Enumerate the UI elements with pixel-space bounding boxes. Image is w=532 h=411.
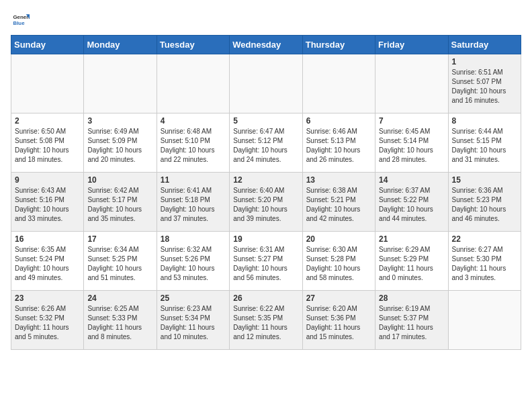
- calendar-cell: [448, 291, 521, 350]
- day-info: Sunrise: 6:26 AM Sunset: 5:32 PM Dayligh…: [15, 304, 80, 342]
- weekday-header-sunday: Sunday: [11, 36, 84, 54]
- day-number: 16: [15, 234, 80, 244]
- calendar-cell: 6Sunrise: 6:46 AM Sunset: 5:13 PM Daylig…: [302, 113, 375, 173]
- day-number: 22: [452, 234, 517, 244]
- day-info: Sunrise: 6:37 AM Sunset: 5:22 PM Dayligh…: [379, 186, 444, 224]
- day-info: Sunrise: 6:48 AM Sunset: 5:10 PM Dayligh…: [161, 127, 226, 165]
- svg-text:Blue: Blue: [13, 20, 26, 26]
- calendar-cell: 11Sunrise: 6:41 AM Sunset: 5:18 PM Dayli…: [157, 173, 229, 232]
- day-number: 13: [306, 175, 371, 185]
- day-info: Sunrise: 6:30 AM Sunset: 5:28 PM Dayligh…: [306, 245, 371, 283]
- day-number: 19: [233, 234, 298, 244]
- day-info: Sunrise: 6:32 AM Sunset: 5:26 PM Dayligh…: [161, 245, 226, 283]
- weekday-header-row: SundayMondayTuesdayWednesdayThursdayFrid…: [11, 36, 521, 54]
- day-number: 21: [379, 234, 444, 244]
- calendar-cell: 15Sunrise: 6:36 AM Sunset: 5:23 PM Dayli…: [448, 173, 521, 232]
- calendar-cell: 21Sunrise: 6:29 AM Sunset: 5:29 PM Dayli…: [375, 232, 448, 291]
- day-info: Sunrise: 6:27 AM Sunset: 5:30 PM Dayligh…: [452, 245, 517, 283]
- day-number: 5: [233, 116, 298, 126]
- calendar-cell: 28Sunrise: 6:19 AM Sunset: 5:37 PM Dayli…: [375, 291, 448, 350]
- calendar-cell: 23Sunrise: 6:26 AM Sunset: 5:32 PM Dayli…: [11, 291, 84, 350]
- day-number: 14: [379, 175, 444, 185]
- calendar-body: 1Sunrise: 6:51 AM Sunset: 5:07 PM Daylig…: [11, 54, 521, 350]
- week-row-2: 2Sunrise: 6:50 AM Sunset: 5:08 PM Daylig…: [11, 113, 521, 173]
- calendar-cell: 9Sunrise: 6:43 AM Sunset: 5:16 PM Daylig…: [11, 173, 84, 232]
- week-row-1: 1Sunrise: 6:51 AM Sunset: 5:07 PM Daylig…: [11, 54, 521, 113]
- calendar-cell: 24Sunrise: 6:25 AM Sunset: 5:33 PM Dayli…: [84, 291, 157, 350]
- day-number: 12: [233, 175, 298, 185]
- calendar-cell: 3Sunrise: 6:49 AM Sunset: 5:09 PM Daylig…: [84, 113, 157, 173]
- day-number: 8: [452, 116, 517, 126]
- day-info: Sunrise: 6:38 AM Sunset: 5:21 PM Dayligh…: [306, 186, 371, 224]
- day-info: Sunrise: 6:19 AM Sunset: 5:37 PM Dayligh…: [379, 304, 444, 342]
- day-info: Sunrise: 6:34 AM Sunset: 5:25 PM Dayligh…: [87, 245, 152, 283]
- calendar-cell: 14Sunrise: 6:37 AM Sunset: 5:22 PM Dayli…: [375, 173, 448, 232]
- calendar-cell: [84, 54, 157, 113]
- day-number: 1: [452, 57, 517, 66]
- day-info: Sunrise: 6:29 AM Sunset: 5:29 PM Dayligh…: [379, 245, 444, 283]
- logo: General Blue: [11, 11, 30, 30]
- week-row-5: 23Sunrise: 6:26 AM Sunset: 5:32 PM Dayli…: [11, 291, 521, 350]
- weekday-header-tuesday: Tuesday: [157, 36, 229, 54]
- day-info: Sunrise: 6:31 AM Sunset: 5:27 PM Dayligh…: [233, 245, 298, 283]
- day-info: Sunrise: 6:36 AM Sunset: 5:23 PM Dayligh…: [452, 186, 517, 224]
- weekday-header-monday: Monday: [84, 36, 157, 54]
- day-info: Sunrise: 6:47 AM Sunset: 5:12 PM Dayligh…: [233, 127, 298, 165]
- calendar-cell: 20Sunrise: 6:30 AM Sunset: 5:28 PM Dayli…: [302, 232, 375, 291]
- day-info: Sunrise: 6:49 AM Sunset: 5:09 PM Dayligh…: [87, 127, 152, 165]
- day-number: 27: [306, 293, 371, 303]
- day-number: 25: [161, 293, 226, 303]
- weekday-header-friday: Friday: [375, 36, 448, 54]
- calendar-cell: 2Sunrise: 6:50 AM Sunset: 5:08 PM Daylig…: [11, 113, 84, 173]
- day-number: 26: [233, 293, 298, 303]
- day-number: 6: [306, 116, 371, 126]
- calendar-cell: 19Sunrise: 6:31 AM Sunset: 5:27 PM Dayli…: [230, 232, 302, 291]
- calendar-cell: 26Sunrise: 6:22 AM Sunset: 5:35 PM Dayli…: [230, 291, 302, 350]
- day-number: 3: [87, 116, 152, 126]
- day-number: 18: [161, 234, 226, 244]
- logo-icon: General Blue: [11, 11, 30, 30]
- calendar-cell: [11, 54, 84, 113]
- calendar-cell: 5Sunrise: 6:47 AM Sunset: 5:12 PM Daylig…: [230, 113, 302, 173]
- calendar-cell: 13Sunrise: 6:38 AM Sunset: 5:21 PM Dayli…: [302, 173, 375, 232]
- day-info: Sunrise: 6:20 AM Sunset: 5:36 PM Dayligh…: [306, 304, 371, 342]
- calendar-cell: 16Sunrise: 6:35 AM Sunset: 5:24 PM Dayli…: [11, 232, 84, 291]
- day-info: Sunrise: 6:51 AM Sunset: 5:07 PM Dayligh…: [452, 68, 517, 105]
- day-info: Sunrise: 6:42 AM Sunset: 5:17 PM Dayligh…: [87, 186, 152, 224]
- weekday-header-saturday: Saturday: [448, 36, 521, 54]
- day-number: 15: [452, 175, 517, 185]
- day-number: 20: [306, 234, 371, 244]
- day-info: Sunrise: 6:43 AM Sunset: 5:16 PM Dayligh…: [15, 186, 80, 224]
- day-number: 24: [87, 293, 152, 303]
- day-info: Sunrise: 6:41 AM Sunset: 5:18 PM Dayligh…: [161, 186, 226, 224]
- week-row-3: 9Sunrise: 6:43 AM Sunset: 5:16 PM Daylig…: [11, 173, 521, 232]
- day-info: Sunrise: 6:23 AM Sunset: 5:34 PM Dayligh…: [161, 304, 226, 342]
- calendar: SundayMondayTuesdayWednesdayThursdayFrid…: [11, 35, 521, 350]
- calendar-cell: 18Sunrise: 6:32 AM Sunset: 5:26 PM Dayli…: [157, 232, 229, 291]
- day-number: 7: [379, 116, 444, 126]
- weekday-header-thursday: Thursday: [302, 36, 375, 54]
- day-number: 10: [87, 175, 152, 185]
- calendar-cell: 17Sunrise: 6:34 AM Sunset: 5:25 PM Dayli…: [84, 232, 157, 291]
- weekday-header-wednesday: Wednesday: [230, 36, 302, 54]
- day-number: 28: [379, 293, 444, 303]
- day-info: Sunrise: 6:25 AM Sunset: 5:33 PM Dayligh…: [87, 304, 152, 342]
- calendar-cell: 8Sunrise: 6:44 AM Sunset: 5:15 PM Daylig…: [448, 113, 521, 173]
- day-info: Sunrise: 6:50 AM Sunset: 5:08 PM Dayligh…: [15, 127, 80, 165]
- calendar-cell: 12Sunrise: 6:40 AM Sunset: 5:20 PM Dayli…: [230, 173, 302, 232]
- day-number: 4: [161, 116, 226, 126]
- day-info: Sunrise: 6:40 AM Sunset: 5:20 PM Dayligh…: [233, 186, 298, 224]
- calendar-cell: [302, 54, 375, 113]
- day-info: Sunrise: 6:46 AM Sunset: 5:13 PM Dayligh…: [306, 127, 371, 165]
- calendar-cell: [230, 54, 302, 113]
- day-info: Sunrise: 6:22 AM Sunset: 5:35 PM Dayligh…: [233, 304, 298, 342]
- page-header: General Blue: [11, 11, 521, 30]
- calendar-cell: 1Sunrise: 6:51 AM Sunset: 5:07 PM Daylig…: [448, 54, 521, 113]
- calendar-cell: 25Sunrise: 6:23 AM Sunset: 5:34 PM Dayli…: [157, 291, 229, 350]
- day-info: Sunrise: 6:45 AM Sunset: 5:14 PM Dayligh…: [379, 127, 444, 165]
- calendar-cell: 27Sunrise: 6:20 AM Sunset: 5:36 PM Dayli…: [302, 291, 375, 350]
- day-number: 17: [87, 234, 152, 244]
- calendar-cell: [375, 54, 448, 113]
- day-number: 11: [161, 175, 226, 185]
- day-info: Sunrise: 6:35 AM Sunset: 5:24 PM Dayligh…: [15, 245, 80, 283]
